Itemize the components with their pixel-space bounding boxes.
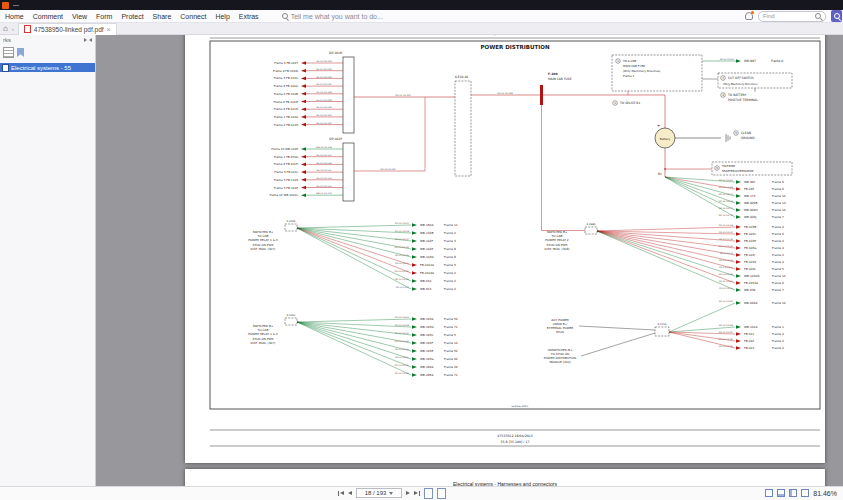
fit-page-icon[interactable] — [765, 489, 773, 497]
document-tab[interactable]: 47538950-linked pdf.pdf × — [18, 23, 117, 35]
svg-text:WB-929B: WB-929B — [744, 201, 757, 205]
svg-text:MAIN CAB FUSE: MAIN CAB FUSE — [548, 77, 572, 81]
svg-text:55.8 [55.100] 1: 55.8 [55.100] 1 — [511, 405, 529, 408]
tab-close-icon[interactable]: × — [107, 26, 111, 33]
single-page-view-icon[interactable] — [424, 488, 433, 499]
titlebar-decoration — [13, 5, 19, 6]
svg-text:FB-103J: FB-103J — [744, 253, 755, 257]
notification-bell-icon[interactable] — [745, 12, 753, 20]
menu-comment[interactable]: Comment — [33, 13, 63, 20]
last-page-button[interactable] — [414, 491, 420, 496]
svg-text:POSITIVE TERMINAL: POSITIVE TERMINAL — [728, 98, 758, 102]
svg-text:OR-13 GR-2D: OR-13 GR-2D — [395, 246, 410, 249]
tell-me-search[interactable]: Tell me what you want to do... — [282, 13, 383, 20]
svg-text:Frame 2: Frame 2 — [772, 346, 784, 350]
svg-text:WB-929H: WB-929H — [744, 208, 758, 212]
find-input[interactable]: Find — [758, 11, 826, 22]
svg-text:FB-103L: FB-103L — [744, 267, 756, 271]
svg-text:Frame 4: Frame 4 — [772, 246, 784, 250]
svg-text:Electrical systems - Harnesses: Electrical systems - Harnesses and conne… — [476, 35, 555, 36]
svg-text:FB-011: FB-011 — [744, 332, 754, 336]
svg-text:OR-13 GR-4H: OR-13 GR-4H — [395, 372, 410, 375]
menu-bar: HomeCommentViewFormProtectShareConnectHe… — [0, 10, 843, 23]
svg-text:RD-53 GR-5A: RD-53 GR-5A — [720, 58, 735, 61]
menu-help[interactable]: Help — [215, 13, 229, 20]
menu-view[interactable]: View — [72, 13, 87, 20]
svg-text:47533562 18/04/2013: 47533562 18/04/2013 — [497, 434, 533, 438]
svg-text:Frame 6: Frame 6 — [772, 187, 784, 191]
svg-text:Frame 1: Frame 1 — [623, 74, 635, 78]
svg-text:FB-2101A: FB-2101A — [420, 263, 434, 267]
svg-text:Frame 2: Frame 2 — [772, 339, 784, 343]
svg-text:RD-13 GR-30A: RD-13 GR-30A — [395, 94, 411, 97]
svg-text:Frame 7: Frame 7 — [772, 288, 784, 292]
svg-text:Frame 14: Frame 14 — [444, 341, 458, 345]
zoom-level: 81.46% — [813, 490, 837, 497]
document-viewer[interactable]: Electrical systems - Harnesses and conne… — [97, 35, 843, 487]
svg-text:TO BATTERY: TO BATTERY — [727, 93, 746, 97]
svg-text:Frame 7: Frame 7 — [772, 215, 784, 219]
svg-text:Frame 6: Frame 6 — [772, 281, 784, 285]
svg-text:Frame 8: Frame 8 — [771, 59, 783, 63]
svg-text:Frame 10: Frame 10 — [772, 208, 786, 212]
svg-text:DIST. MOD. (307): DIST. MOD. (307) — [251, 247, 276, 251]
svg-text:RE-13 GR-11E: RE-13 GR-11E — [316, 185, 332, 188]
pdf-file-icon — [24, 25, 31, 33]
two-page-view-icon[interactable] — [789, 489, 797, 497]
menu-extras[interactable]: Extras — [239, 13, 259, 20]
zoom-controls: 81.46% — [765, 487, 837, 499]
svg-text:Frame 2: Frame 2 — [772, 253, 784, 257]
status-bar: 18 / 193 81.46% — [0, 486, 843, 500]
expand-icon[interactable] — [84, 38, 87, 42]
svg-text:(Only Machinery Directive): (Only Machinery Directive) — [623, 69, 660, 73]
menu-share[interactable]: Share — [153, 13, 172, 20]
svg-text:5: 5 — [735, 132, 737, 135]
home-icon[interactable]: ⌂ — [3, 25, 8, 33]
svg-text:POWER DISTRIBUTION: POWER DISTRIBUTION — [480, 44, 549, 50]
actual-size-icon[interactable] — [801, 489, 809, 497]
continuous-view-icon[interactable] — [437, 488, 446, 499]
svg-text:Frame 6 FB-101W: Frame 6 FB-101W — [273, 69, 298, 73]
svg-text:WB-997: WB-997 — [744, 180, 756, 184]
menu-connect[interactable]: Connect — [180, 13, 206, 20]
svg-text:WB-150A: WB-150A — [420, 223, 433, 227]
svg-text:OR-13 GR-2E: OR-13 GR-2E — [395, 254, 410, 257]
svg-text:RE-13 GR-10R: RE-13 GR-10R — [316, 60, 332, 63]
bookmarks-panel: rks Electrical systems - 55 — [0, 35, 96, 487]
collapse-icon[interactable] — [89, 38, 92, 42]
svg-text:OR-13 GR-3G: OR-13 GR-3G — [719, 245, 734, 248]
telescope-icon — [282, 13, 288, 19]
bookmark-label: Electrical systems - 55 — [11, 65, 71, 71]
panel-collapse-controls[interactable] — [84, 38, 92, 42]
bookmark-list-icon[interactable] — [3, 47, 14, 58]
svg-text:RE-13 GR-10G: RE-13 GR-10G — [316, 83, 332, 86]
svg-text:55.8 [55.100] / 17: 55.8 [55.100] / 17 — [501, 440, 530, 444]
previous-page-button[interactable] — [348, 491, 352, 495]
svg-text:Frame 11: Frame 11 — [444, 223, 458, 227]
svg-text:Frame 5: Frame 5 — [444, 333, 456, 337]
svg-text:Frame 2 FB-101K: Frame 2 FB-101K — [274, 123, 298, 127]
svg-text:FB-103B: FB-103B — [744, 225, 756, 229]
svg-text:RE-13 GR-10N: RE-13 GR-10N — [316, 106, 332, 109]
svg-text:RD-13 GR-30C: RD-13 GR-30C — [380, 168, 396, 171]
fit-width-icon[interactable] — [777, 489, 785, 497]
menu-form[interactable]: Form — [96, 13, 112, 20]
svg-text:WB-639: WB-639 — [744, 288, 756, 292]
wiring-diagram-svg: Electrical systems - Harnesses and conne… — [185, 35, 825, 463]
svg-text:Frame 5: Frame 5 — [444, 263, 456, 267]
menu-home[interactable]: Home — [5, 13, 24, 20]
svg-text:F-100: F-100 — [548, 72, 557, 76]
bookmark-item-selected[interactable]: Electrical systems - 55 — [0, 63, 95, 72]
svg-text:OR-13 GR-3E: OR-13 GR-3E — [719, 238, 734, 241]
advanced-search-button[interactable] — [831, 10, 842, 22]
bookmark-ribbon-icon[interactable] — [17, 48, 24, 57]
first-page-button[interactable] — [338, 491, 344, 496]
svg-text:WB-163G: WB-163G — [420, 357, 434, 361]
menubar-right: Find — [745, 10, 843, 22]
menu-protect[interactable]: Protect — [121, 13, 143, 20]
next-page-button[interactable] — [406, 491, 410, 495]
page-number-input[interactable]: 18 / 193 — [356, 488, 402, 498]
svg-text:Frame 10: Frame 10 — [772, 194, 786, 198]
tell-me-label: Tell me what you want to do... — [291, 13, 383, 20]
svg-text:FB-103C: FB-103C — [744, 232, 756, 236]
